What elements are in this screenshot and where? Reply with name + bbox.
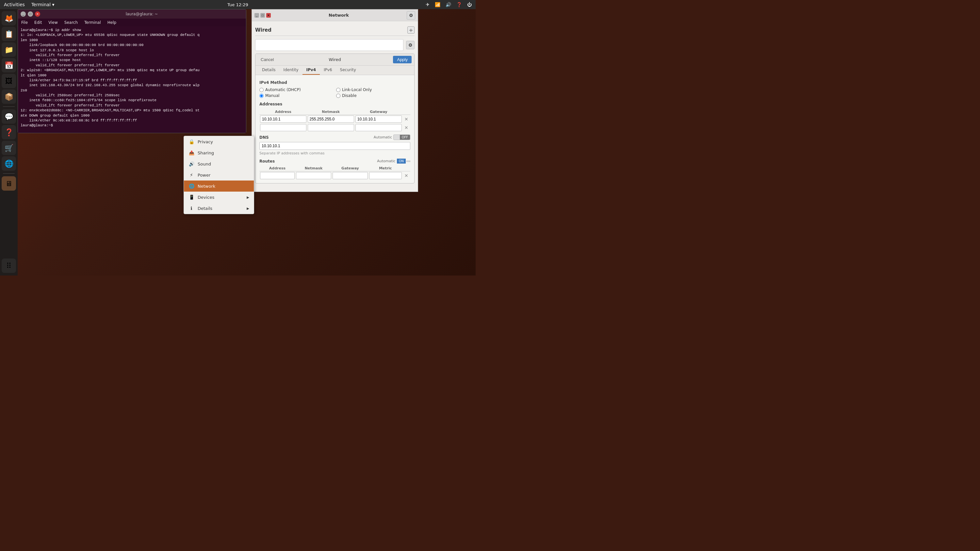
network-tray-icon[interactable]: 📶 bbox=[433, 1, 442, 8]
dns-toggle-group: Automatic OFF bbox=[374, 135, 410, 140]
wired-section-header: Wired + bbox=[255, 24, 415, 36]
dock-item-firefox[interactable]: 🦊 bbox=[2, 11, 16, 25]
network-panel-maximize-button[interactable]: □ bbox=[260, 13, 265, 17]
terminal-maximize-button[interactable]: □ bbox=[28, 11, 33, 17]
terminal-menu-terminal[interactable]: Terminal bbox=[83, 20, 102, 25]
system-clock[interactable]: Tue 12:29 bbox=[228, 2, 248, 7]
dock-separator bbox=[3, 106, 15, 107]
dock-item-telegram[interactable]: 💬 bbox=[2, 110, 16, 124]
address-input-1[interactable] bbox=[260, 124, 306, 131]
method-link-local-label: Link-Local Only bbox=[342, 87, 372, 92]
routes-off-option[interactable] bbox=[406, 160, 410, 162]
dock-item-apps[interactable]: ⠿ bbox=[2, 259, 16, 273]
tab-identity[interactable]: Identity bbox=[280, 66, 302, 75]
dock-item-help[interactable]: ❓ bbox=[2, 125, 16, 140]
network-panel-controls: _ □ ✕ bbox=[255, 13, 271, 17]
routes-toggle-group: Automatic ON bbox=[377, 159, 410, 164]
settings-item-sharing[interactable]: 📤 Sharing bbox=[184, 147, 254, 158]
network-gear-button[interactable]: ⚙ bbox=[407, 11, 415, 20]
dns-input[interactable] bbox=[259, 142, 410, 150]
netmask-input-0[interactable] bbox=[308, 116, 354, 123]
dock-item-terminal[interactable]: 🖥 bbox=[2, 176, 16, 191]
telegram-tray-icon[interactable]: ✈ bbox=[424, 1, 431, 8]
terminal-menu-file[interactable]: File bbox=[20, 20, 29, 25]
tab-ipv4[interactable]: IPv4 bbox=[302, 66, 320, 75]
remove-row-0-button[interactable]: ✕ bbox=[403, 116, 410, 122]
address-input-0[interactable] bbox=[260, 116, 306, 123]
wired-connection-item[interactable] bbox=[255, 39, 403, 51]
dns-auto-toggle[interactable]: OFF bbox=[393, 135, 410, 140]
dns-auto-toggle-empty[interactable] bbox=[394, 135, 399, 140]
tab-ipv6[interactable]: IPv6 bbox=[320, 66, 336, 75]
dock-item-photos[interactable]: 🖼 bbox=[2, 74, 16, 88]
remove-route-0-button[interactable]: ✕ bbox=[403, 173, 410, 178]
method-disable[interactable]: Disable bbox=[336, 94, 410, 98]
wired-add-button[interactable]: + bbox=[407, 27, 415, 33]
dock-item-tasks[interactable]: 📋 bbox=[2, 27, 16, 41]
network-panel-close-button[interactable]: ✕ bbox=[266, 13, 271, 17]
dialog-tabs: Details Identity IPv4 IPv6 Security bbox=[255, 66, 414, 75]
method-disable-label: Disable bbox=[342, 94, 357, 98]
top-panel-right: ✈ 📶 🔊 ❓ ⏻ bbox=[424, 1, 473, 8]
tab-details[interactable]: Details bbox=[258, 66, 280, 75]
route-address-input-0[interactable] bbox=[260, 172, 295, 179]
dock-item-chrome[interactable]: 🌐 bbox=[2, 156, 16, 171]
route-metric-input-0[interactable] bbox=[369, 172, 402, 179]
sharing-icon: 📤 bbox=[188, 150, 194, 156]
method-auto-dhcp[interactable]: Automatic (DHCP) bbox=[259, 87, 334, 92]
terminal-content[interactable]: laura@glaura:~$ ip addr show 1: lo: <LOO… bbox=[18, 27, 246, 133]
settings-item-network[interactable]: 🌐 Network bbox=[184, 181, 254, 192]
gateway-input-0[interactable] bbox=[355, 116, 402, 123]
settings-item-privacy-label: Privacy bbox=[197, 140, 213, 144]
method-link-local[interactable]: Link-Local Only bbox=[336, 87, 410, 92]
routes-on-option[interactable]: ON bbox=[397, 159, 406, 164]
apply-button[interactable]: Apply bbox=[393, 56, 412, 64]
terminal-minimize-button[interactable]: _ bbox=[21, 11, 26, 17]
settings-item-privacy[interactable]: 🔒 Privacy bbox=[184, 136, 254, 147]
terminal-menubar: File Edit View Search Terminal Help bbox=[18, 19, 246, 27]
method-manual-label: Manual bbox=[265, 94, 280, 98]
terminal-window: _ □ ✕ laura@glaura: ~ File Edit View Sea… bbox=[18, 9, 246, 133]
settings-item-power-label: Power bbox=[197, 173, 210, 178]
wired-settings-gear-button[interactable]: ⚙ bbox=[406, 41, 415, 49]
settings-item-devices[interactable]: 📱 Devices ▶ bbox=[184, 192, 254, 203]
dock-item-software[interactable]: 📦 bbox=[2, 89, 16, 104]
route-col-metric: Metric bbox=[369, 165, 402, 171]
cancel-button[interactable]: Cancel bbox=[258, 56, 276, 63]
settings-item-sound[interactable]: 🔊 Sound bbox=[184, 158, 254, 170]
route-netmask-input-0[interactable] bbox=[296, 172, 331, 179]
power-tray-icon[interactable]: ⏻ bbox=[466, 1, 473, 8]
addr-col-address: Address bbox=[259, 109, 307, 115]
settings-item-details[interactable]: ℹ Details ▶ bbox=[184, 203, 254, 214]
network-panel-minimize-button[interactable]: _ bbox=[255, 13, 259, 17]
dns-off-option[interactable]: OFF bbox=[400, 135, 410, 140]
table-row: ✕ bbox=[259, 115, 410, 124]
addr-col-gateway: Gateway bbox=[355, 109, 402, 115]
volume-tray-icon[interactable]: 🔊 bbox=[444, 1, 452, 8]
terminal-menu-edit[interactable]: Edit bbox=[33, 20, 43, 25]
tab-security[interactable]: Security bbox=[336, 66, 360, 75]
routes-auto-label: Automatic bbox=[377, 159, 395, 163]
dock-item-calendar[interactable]: 📅 bbox=[2, 58, 16, 73]
terminal-menu-view[interactable]: View bbox=[47, 20, 59, 25]
terminal-menu-button[interactable]: Terminal ▾ bbox=[30, 1, 56, 8]
network-icon: 🌐 bbox=[188, 183, 194, 189]
dock-item-amazon[interactable]: 🛒 bbox=[2, 141, 16, 155]
terminal-menu-help[interactable]: Help bbox=[106, 20, 118, 25]
method-manual[interactable]: Manual bbox=[259, 94, 334, 98]
remove-row-1-button[interactable]: ✕ bbox=[403, 125, 410, 130]
activities-button[interactable]: Activities bbox=[3, 1, 26, 8]
terminal-menu-search[interactable]: Search bbox=[63, 20, 79, 25]
gateway-input-1[interactable] bbox=[355, 124, 402, 131]
ipv4-method-label: IPv4 Method bbox=[259, 80, 410, 85]
route-gateway-input-0[interactable] bbox=[332, 172, 368, 179]
wired-title: Wired bbox=[255, 27, 272, 33]
help-tray-icon[interactable]: ❓ bbox=[455, 1, 463, 8]
settings-item-power[interactable]: ⚡ Power bbox=[184, 170, 254, 181]
routes-on-off-toggle[interactable]: ON bbox=[397, 159, 410, 164]
terminal-close-button[interactable]: ✕ bbox=[35, 11, 40, 17]
netmask-input-1[interactable] bbox=[308, 124, 354, 131]
details-icon: ℹ bbox=[188, 205, 194, 211]
dock-item-files[interactable]: 📁 bbox=[2, 43, 16, 57]
devices-arrow-icon: ▶ bbox=[247, 195, 249, 199]
